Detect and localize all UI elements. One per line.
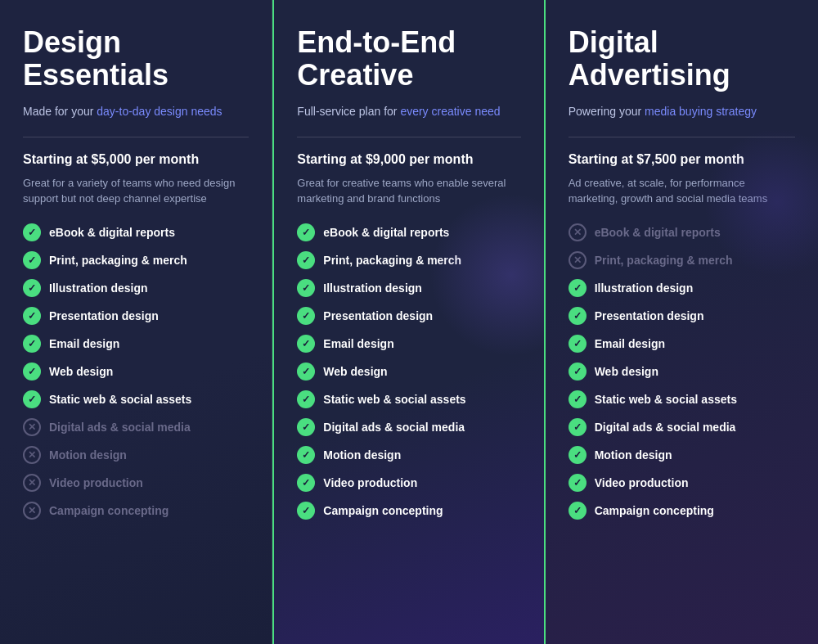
check-icon: ✓ [297, 390, 315, 408]
list-item: ✓Static web & social assets [569, 390, 795, 408]
feature-label: Static web & social assets [49, 393, 191, 406]
feature-label: Print, packaging & merch [595, 254, 733, 267]
list-item: ✓Video production [569, 474, 795, 492]
feature-label: Campaign concepting [323, 504, 443, 517]
feature-label: Video production [595, 476, 689, 489]
check-icon: ✓ [297, 474, 315, 492]
list-item: ✕Print, packaging & merch [569, 251, 795, 269]
check-icon: ✓ [23, 279, 41, 297]
feature-label: Web design [49, 365, 113, 378]
list-item: ✓Web design [297, 363, 520, 381]
cross-icon: ✕ [23, 474, 41, 492]
check-icon: ✓ [23, 335, 41, 353]
list-item: ✕Digital ads & social media [23, 418, 249, 436]
feature-label: Static web & social assets [595, 393, 737, 406]
check-icon: ✓ [569, 307, 587, 325]
list-item: ✕Motion design [23, 446, 249, 464]
feature-label: eBook & digital reports [595, 226, 721, 239]
check-icon: ✓ [569, 335, 587, 353]
plan-subtitle-end-to-end-creative: Full-service plan for every creative nee… [297, 104, 520, 120]
feature-list-end-to-end-creative: ✓eBook & digital reports✓Print, packagin… [297, 223, 520, 520]
plan-description-end-to-end-creative: Great for creative teams who enable seve… [297, 175, 520, 207]
check-icon: ✓ [297, 418, 315, 436]
list-item: ✓Video production [297, 474, 520, 492]
check-icon: ✓ [23, 223, 41, 241]
feature-label: Video production [323, 476, 417, 489]
list-item: ✓Email design [569, 335, 795, 353]
feature-label: Print, packaging & merch [49, 254, 187, 267]
check-icon: ✓ [569, 390, 587, 408]
plan-description-digital-advertising: Ad creative, at scale, for performance m… [569, 175, 795, 207]
cross-icon: ✕ [569, 251, 587, 269]
cross-icon: ✕ [23, 446, 41, 464]
pricing-grid: DesignEssentialsMade for your day-to-day… [0, 0, 818, 644]
list-item: ✓eBook & digital reports [23, 223, 249, 241]
check-icon: ✓ [297, 307, 315, 325]
check-icon: ✓ [569, 446, 587, 464]
feature-label: eBook & digital reports [323, 226, 449, 239]
feature-label: eBook & digital reports [49, 226, 175, 239]
list-item: ✓Campaign concepting [569, 502, 795, 520]
cross-icon: ✕ [23, 502, 41, 520]
list-item: ✓Static web & social assets [297, 390, 520, 408]
feature-label: Illustration design [323, 281, 422, 295]
feature-label: Digital ads & social media [323, 421, 465, 434]
check-icon: ✓ [569, 474, 587, 492]
feature-list-digital-advertising: ✕eBook & digital reports✕Print, packagin… [569, 223, 795, 520]
feature-label: Web design [323, 365, 387, 378]
list-item: ✓Digital ads & social media [569, 418, 795, 436]
feature-label: Web design [595, 365, 658, 378]
check-icon: ✓ [23, 251, 41, 269]
feature-label: Presentation design [323, 309, 433, 322]
check-icon: ✓ [569, 502, 587, 520]
list-item: ✓Campaign concepting [297, 502, 520, 520]
list-item: ✓Print, packaging & merch [23, 251, 249, 269]
plan-price-digital-advertising: Starting at $7,500 per month [569, 152, 795, 167]
list-item: ✓Presentation design [297, 307, 520, 325]
divider-top-digital-advertising [569, 137, 795, 137]
check-icon: ✓ [297, 223, 315, 241]
list-item: ✓Static web & social assets [23, 390, 249, 408]
list-item: ✓Illustration design [569, 279, 795, 297]
list-item: ✓Digital ads & social media [297, 418, 520, 436]
feature-label: Campaign concepting [595, 504, 714, 517]
feature-label: Motion design [49, 448, 127, 462]
plan-subtitle-design-essentials: Made for your day-to-day design needs [23, 104, 249, 120]
feature-list-design-essentials: ✓eBook & digital reports✓Print, packagin… [23, 223, 249, 520]
list-item: ✓Web design [569, 363, 795, 381]
feature-label: Print, packaging & merch [323, 254, 461, 267]
list-item: ✓eBook & digital reports [297, 223, 520, 241]
cross-icon: ✕ [23, 418, 41, 436]
feature-label: Presentation design [49, 309, 159, 322]
feature-label: Video production [49, 476, 143, 489]
plan-price-end-to-end-creative: Starting at $9,000 per month [297, 152, 520, 167]
check-icon: ✓ [569, 363, 587, 381]
feature-label: Campaign concepting [49, 504, 169, 517]
check-icon: ✓ [297, 363, 315, 381]
plan-title-design-essentials: DesignEssentials [23, 26, 249, 91]
check-icon: ✓ [297, 251, 315, 269]
feature-label: Digital ads & social media [49, 421, 191, 434]
list-item: ✓Print, packaging & merch [297, 251, 520, 269]
list-item: ✓Motion design [569, 446, 795, 464]
feature-label: Email design [323, 337, 393, 350]
check-icon: ✓ [297, 446, 315, 464]
list-item: ✓Email design [297, 335, 520, 353]
check-icon: ✓ [23, 307, 41, 325]
list-item: ✓Web design [23, 363, 249, 381]
divider-top-design-essentials [23, 137, 249, 137]
feature-label: Illustration design [49, 281, 148, 295]
list-item: ✓Illustration design [23, 279, 249, 297]
feature-label: Presentation design [595, 309, 704, 322]
divider-top-end-to-end-creative [297, 137, 520, 137]
list-item: ✓Presentation design [569, 307, 795, 325]
check-icon: ✓ [569, 418, 587, 436]
check-icon: ✓ [297, 502, 315, 520]
plan-title-end-to-end-creative: End-to-EndCreative [297, 26, 520, 91]
feature-label: Illustration design [595, 281, 694, 295]
list-item: ✕eBook & digital reports [569, 223, 795, 241]
cross-icon: ✕ [569, 223, 587, 241]
list-item: ✓Illustration design [297, 279, 520, 297]
list-item: ✓Motion design [297, 446, 520, 464]
plan-price-design-essentials: Starting at $5,000 per month [23, 152, 249, 167]
